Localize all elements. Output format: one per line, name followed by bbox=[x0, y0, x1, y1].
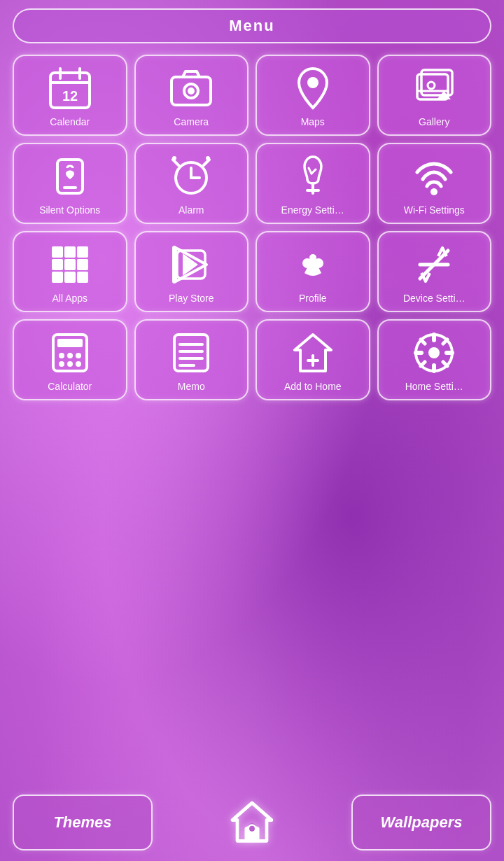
svg-point-48 bbox=[67, 361, 73, 367]
svg-point-49 bbox=[76, 361, 81, 367]
home-settings-label: Home Setti… bbox=[405, 381, 463, 392]
addtohome-icon bbox=[290, 330, 335, 375]
app-memo[interactable]: Memo bbox=[134, 319, 249, 400]
svg-point-12 bbox=[428, 82, 435, 89]
app-play-store[interactable]: Play Store bbox=[134, 231, 249, 312]
svg-line-19 bbox=[204, 160, 209, 165]
add-to-home-label: Add to Home bbox=[284, 381, 342, 392]
alarm-icon bbox=[169, 154, 214, 199]
camera-label: Camera bbox=[174, 116, 209, 127]
wifi-icon bbox=[412, 154, 456, 199]
memo-label: Memo bbox=[178, 381, 205, 392]
svg-point-45 bbox=[67, 353, 73, 358]
calendar-label: Calendar bbox=[50, 116, 90, 127]
svg-line-18 bbox=[173, 160, 178, 165]
svg-point-58 bbox=[428, 347, 440, 358]
wifi-settings-label: Wi-Fi Settings bbox=[404, 204, 465, 216]
calculator-icon bbox=[48, 330, 92, 375]
svg-rect-33 bbox=[52, 272, 63, 283]
svg-rect-27 bbox=[52, 246, 63, 258]
app-gallery[interactable]: Gallery bbox=[377, 55, 492, 136]
devicesettings-icon bbox=[412, 242, 456, 287]
homesettings-icon bbox=[412, 330, 456, 375]
svg-point-21 bbox=[206, 156, 210, 160]
svg-point-39 bbox=[309, 254, 316, 261]
app-add-to-home[interactable]: Add to Home bbox=[255, 319, 370, 400]
camera-icon bbox=[169, 66, 214, 111]
app-calculator[interactable]: Calculator bbox=[13, 319, 127, 400]
svg-rect-29 bbox=[77, 246, 88, 258]
calculator-label: Calculator bbox=[48, 381, 92, 392]
play-store-label: Play Store bbox=[169, 293, 214, 304]
device-settings-label: Device Setti… bbox=[403, 293, 465, 304]
svg-rect-31 bbox=[64, 259, 76, 270]
memo-icon bbox=[169, 330, 214, 375]
menu-title: Menu bbox=[229, 17, 274, 34]
svg-rect-34 bbox=[64, 272, 76, 283]
app-wifi-settings[interactable]: Wi-Fi Settings bbox=[377, 143, 492, 224]
playstore-icon bbox=[169, 242, 214, 287]
silent-icon bbox=[48, 154, 92, 199]
energy-icon bbox=[290, 154, 335, 199]
svg-rect-32 bbox=[77, 259, 88, 270]
allapps-icon bbox=[48, 242, 92, 287]
profile-label: Profile bbox=[299, 293, 327, 304]
svg-point-44 bbox=[59, 353, 64, 358]
svg-rect-30 bbox=[52, 259, 63, 270]
svg-rect-35 bbox=[77, 272, 88, 283]
svg-point-46 bbox=[76, 353, 81, 358]
maps-label: Maps bbox=[301, 116, 325, 127]
alarm-label: Alarm bbox=[178, 204, 204, 216]
app-maps[interactable]: Maps bbox=[255, 55, 370, 136]
app-camera[interactable]: Camera bbox=[134, 55, 249, 136]
app-calendar[interactable]: 12 Calendar bbox=[13, 55, 127, 136]
energy-settings-label: Energy Setti… bbox=[281, 204, 344, 216]
svg-point-20 bbox=[172, 156, 176, 160]
app-grid: 12 Calendar Camera Maps bbox=[13, 55, 491, 400]
app-silent-options[interactable]: Silent Options bbox=[13, 143, 127, 224]
svg-text:12: 12 bbox=[62, 88, 78, 104]
app-all-apps[interactable]: All Apps bbox=[13, 231, 127, 312]
calendar-icon: 12 bbox=[48, 66, 92, 111]
svg-line-25 bbox=[312, 169, 316, 174]
gallery-icon bbox=[412, 66, 456, 111]
app-alarm[interactable]: Alarm bbox=[134, 143, 249, 224]
gallery-label: Gallery bbox=[419, 116, 449, 127]
app-profile[interactable]: Profile bbox=[255, 231, 370, 312]
svg-point-7 bbox=[188, 88, 195, 94]
svg-point-8 bbox=[307, 77, 318, 88]
svg-rect-43 bbox=[57, 339, 83, 347]
svg-point-47 bbox=[59, 361, 64, 367]
profile-icon bbox=[290, 242, 335, 287]
app-device-settings[interactable]: Device Setti… bbox=[377, 231, 492, 312]
svg-rect-28 bbox=[64, 246, 76, 258]
svg-point-26 bbox=[430, 188, 438, 195]
menu-bar: Menu bbox=[13, 8, 491, 43]
silent-options-label: Silent Options bbox=[39, 204, 100, 216]
app-energy-settings[interactable]: Energy Setti… bbox=[255, 143, 370, 224]
maps-icon bbox=[290, 66, 335, 111]
app-home-settings[interactable]: Home Setti… bbox=[377, 319, 492, 400]
all-apps-label: All Apps bbox=[52, 293, 88, 304]
